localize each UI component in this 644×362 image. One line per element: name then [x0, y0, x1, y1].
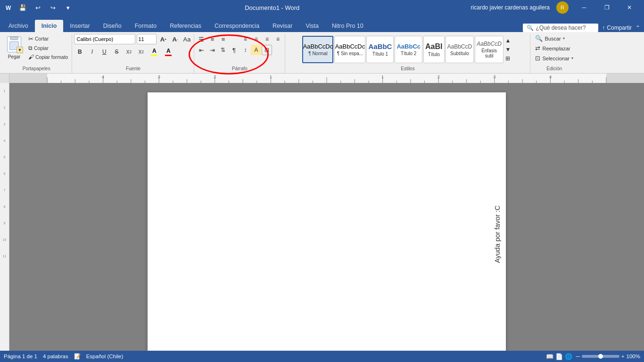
word-count[interactable]: 4 palabras: [43, 354, 68, 359]
title-bar-left: W 💾 ↩ ↪ ▾: [4, 2, 74, 13]
undo-button[interactable]: ↩: [32, 2, 43, 13]
style-title[interactable]: AaBI Título: [423, 36, 444, 63]
document-area[interactable]: Ayuda por favor :C: [9, 83, 644, 351]
page-info[interactable]: Página 1 de 1: [4, 354, 37, 359]
style-title-text: AaBI: [425, 42, 442, 51]
buscar-button[interactable]: 🔍 Buscar ▾: [532, 34, 567, 43]
portapapeles-content: ▼ Pegar ✂ Cortar ⧉ Copiar 🖌 Copia: [3, 34, 70, 65]
style-subtitle[interactable]: AaBbCcD Subtítulo: [446, 36, 474, 63]
tab-formato[interactable]: Formato: [128, 20, 164, 32]
document-page[interactable]: Ayuda por favor :C: [148, 92, 506, 351]
paste-button[interactable]: ▼ Pegar: [3, 34, 25, 61]
style-heading2[interactable]: AaBbCc Título 2: [395, 36, 422, 63]
underline-button[interactable]: U: [99, 47, 110, 57]
close-button[interactable]: ✕: [619, 0, 640, 15]
multilevel-list-button[interactable]: ≡: [218, 34, 228, 44]
style-heading1[interactable]: AaBbC Título 1: [366, 36, 394, 63]
style-heading1-label: Título 1: [372, 51, 388, 57]
web-layout-button[interactable]: 🌐: [565, 353, 572, 360]
tab-correspondencia[interactable]: Correspondencia: [208, 20, 266, 32]
svg-text:W: W: [6, 5, 11, 11]
highlight-icon: A: [152, 48, 157, 54]
borders-button[interactable]: ⊞: [262, 45, 272, 55]
increase-font-button[interactable]: A+: [158, 34, 168, 44]
subscript-button[interactable]: X2: [123, 47, 134, 57]
word-logo-icon: W: [4, 3, 13, 12]
font-family-input[interactable]: [74, 34, 135, 44]
minimize-button[interactable]: ─: [573, 0, 595, 15]
style-no-spacing-text: AaBbCcDc: [335, 43, 365, 50]
strikethrough-button[interactable]: S: [111, 47, 122, 57]
restore-button[interactable]: ❐: [596, 0, 618, 15]
zoom-slider[interactable]: [582, 355, 619, 358]
tab-insertar[interactable]: Insertar: [63, 20, 96, 32]
qat-more-button[interactable]: ▾: [62, 2, 74, 13]
style-normal-label: ¶ Normal: [308, 51, 327, 56]
styles-scroll-up[interactable]: ▲: [503, 36, 513, 45]
superscript-button[interactable]: X2: [135, 47, 147, 57]
copy-button[interactable]: ⧉ Copiar: [26, 44, 70, 52]
status-left: Página 1 de 1 4 palabras 📝 Español (Chil…: [4, 353, 123, 360]
change-case-button[interactable]: Aa: [182, 34, 192, 44]
decrease-indent-button[interactable]: ⇤: [196, 45, 206, 55]
track-changes-icon[interactable]: 📝: [74, 353, 81, 360]
para-row-1: ☰ ≡ ≡ ⇤ ⇥ ⇅ ¶ ≡: [196, 34, 283, 55]
language-info[interactable]: Español (Chile): [86, 354, 124, 359]
font-size-input[interactable]: [137, 34, 157, 44]
save-button[interactable]: 💾: [17, 2, 28, 13]
main-area: 1 2 3 4 5 6 7 8 9 10 11 Ayuda por favor …: [0, 83, 644, 351]
text-highlight-button[interactable]: A: [148, 47, 161, 57]
line-spacing-button[interactable]: ↕: [240, 45, 250, 55]
portapapeles-group: ▼ Pegar ✂ Cortar ⧉ Copiar 🖌 Copia: [1, 34, 72, 73]
portapapeles-label-row: Portapapeles: [3, 65, 70, 73]
increase-indent-button[interactable]: ⇥: [207, 45, 217, 55]
numbering-button[interactable]: ≡: [207, 34, 217, 44]
status-right: 📖 📄 🌐 ─ + 100%: [546, 353, 640, 360]
print-layout-button[interactable]: 📄: [555, 353, 563, 360]
tab-referencias[interactable]: Referencias: [163, 20, 208, 32]
style-normal[interactable]: AaBbCcDc ¶ Normal: [302, 36, 333, 63]
font-row-1: A+ A- Aa: [74, 34, 192, 44]
read-mode-button[interactable]: 📖: [546, 353, 553, 360]
reemplazar-button[interactable]: ⇄ Reemplazar: [532, 44, 573, 53]
redo-button[interactable]: ↪: [47, 2, 58, 13]
style-emphasis[interactable]: AaBbCcD Énfasis sutil: [475, 36, 504, 63]
bold-button[interactable]: B: [74, 47, 85, 57]
align-right-button[interactable]: ≡: [262, 34, 272, 44]
decrease-font-button[interactable]: A-: [170, 34, 180, 44]
tab-inicio[interactable]: Inicio: [35, 20, 64, 32]
bullets-button[interactable]: ☰: [196, 34, 206, 44]
style-emphasis-label: Énfasis sutil: [477, 48, 502, 58]
style-subtitle-text: AaBbCcD: [447, 43, 472, 50]
justify-button[interactable]: ≡: [272, 34, 283, 44]
collapse-ribbon-button[interactable]: ⌃: [636, 25, 640, 31]
tab-archivo[interactable]: Archivo: [2, 20, 35, 32]
style-emphasis-text: AaBbCcD: [477, 41, 502, 47]
font-color-button[interactable]: A: [162, 47, 175, 57]
seleccionar-button[interactable]: ⊡ Seleccionar ▾: [532, 54, 576, 63]
tab-revisar[interactable]: Revisar: [266, 20, 299, 32]
search-icon: 🔍: [535, 35, 543, 42]
style-no-spacing[interactable]: AaBbCcDc ¶ Sin espa...: [334, 36, 365, 63]
styles-more-button[interactable]: ⊞: [503, 54, 513, 63]
zoom-out-button[interactable]: ─: [576, 354, 580, 359]
ribbon-content: ▼ Pegar ✂ Cortar ⧉ Copiar 🖌 Copia: [0, 32, 644, 74]
format-painter-button[interactable]: 🖌 Copiar formato: [26, 53, 70, 61]
styles-scroll-down[interactable]: ▼: [503, 45, 513, 54]
title-bar-right: ricardo javier cardenas aguilera R ─ ❐ ✕: [471, 0, 640, 15]
shading-button[interactable]: A: [251, 45, 261, 55]
fuente-group: A+ A- Aa B I U S X2 X2 A A: [72, 34, 194, 73]
estilos-content: AaBbCcDc ¶ Normal AaBbCcDc ¶ Sin espa...…: [302, 34, 513, 65]
help-search[interactable]: 🔍 ¿Qué desea hacer?: [523, 24, 598, 32]
tab-vista[interactable]: Vista: [299, 20, 325, 32]
italic-button[interactable]: I: [86, 47, 98, 57]
tab-nitro[interactable]: Nitro Pro 10: [325, 20, 370, 32]
align-left-button[interactable]: ≡: [240, 34, 250, 44]
tab-diseno[interactable]: Diseño: [97, 20, 128, 32]
show-formatting-button[interactable]: ¶: [229, 45, 239, 55]
sort-button[interactable]: ⇅: [218, 45, 228, 55]
share-button[interactable]: ↑ Compartir: [602, 25, 632, 31]
align-center-button[interactable]: ≡: [251, 34, 261, 44]
zoom-in-button[interactable]: +: [621, 354, 625, 359]
cut-button[interactable]: ✂ Cortar: [26, 34, 70, 43]
